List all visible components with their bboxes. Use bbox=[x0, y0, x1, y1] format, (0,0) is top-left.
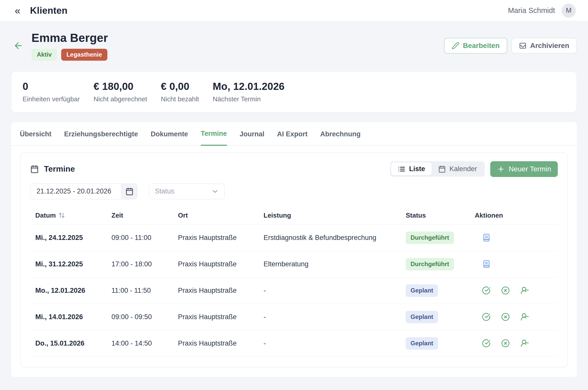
column-header-zeit: Zeit bbox=[111, 212, 178, 219]
cell-service: - bbox=[264, 339, 406, 347]
date-picker-button[interactable] bbox=[121, 184, 137, 199]
pencil-icon bbox=[452, 42, 459, 50]
appointments-table: Datum Zeit Ort Leistung Status Aktionen … bbox=[30, 206, 558, 357]
absence-button[interactable] bbox=[520, 286, 530, 295]
circle-x-icon bbox=[501, 339, 510, 348]
sidebar-collapse-icon[interactable]: « bbox=[13, 6, 22, 16]
back-button[interactable] bbox=[11, 39, 25, 53]
status-badge: Geplant bbox=[406, 311, 438, 323]
tab-dokumente[interactable]: Dokumente bbox=[151, 122, 188, 146]
arrow-left-icon bbox=[13, 41, 23, 51]
mark-done-button[interactable] bbox=[481, 338, 491, 348]
tab-abrechnung[interactable]: Abrechnung bbox=[320, 122, 361, 146]
archive-button[interactable]: Archivieren bbox=[511, 38, 577, 54]
stat-value: 0 bbox=[23, 81, 80, 92]
cell-date: Mi., 24.12.2025 bbox=[35, 234, 111, 242]
cell-location: Praxis Hauptstraße bbox=[178, 313, 264, 321]
user-minus-icon bbox=[520, 313, 529, 321]
archive-button-label: Archivieren bbox=[530, 42, 569, 50]
cell-time: 09:00 - 11:00 bbox=[111, 234, 178, 242]
view-toggle-list-label: Liste bbox=[409, 165, 425, 173]
cell-location: Praxis Hauptstraße bbox=[178, 287, 264, 295]
status-filter-select[interactable]: Status bbox=[149, 184, 225, 199]
cell-time: 09:00 - 09:50 bbox=[111, 313, 178, 321]
cell-date: Mo., 12.01.2026 bbox=[35, 287, 111, 295]
circle-check-icon bbox=[482, 313, 491, 321]
table-row: Mi., 31.12.2025 17:00 - 18:00 Praxis Hau… bbox=[30, 251, 558, 278]
date-range-input[interactable] bbox=[30, 184, 121, 199]
column-header-ort: Ort bbox=[178, 212, 264, 219]
tab-journal[interactable]: Journal bbox=[240, 122, 265, 146]
page-title: Klienten bbox=[30, 5, 68, 16]
status-badge: Geplant bbox=[406, 284, 438, 297]
top-bar: « Klienten Maria Schmidt M bbox=[0, 0, 588, 21]
table-row: Do., 15.01.2026 14:00 - 14:50 Praxis Hau… bbox=[30, 330, 558, 357]
status-filter-placeholder: Status bbox=[155, 187, 174, 195]
stat-unbilled: € 180,00 Nicht abgerechnet bbox=[93, 81, 147, 103]
edit-button[interactable]: Bearbeiten bbox=[444, 38, 507, 54]
cell-location: Praxis Hauptstraße bbox=[178, 260, 264, 268]
stats-card: 0 Einheiten verfügbar € 180,00 Nicht abg… bbox=[11, 71, 577, 112]
tab-termine[interactable]: Termine bbox=[201, 122, 227, 146]
mark-done-button[interactable] bbox=[481, 286, 491, 295]
column-header-status: Status bbox=[406, 212, 475, 219]
stat-unpaid: € 0,00 Nicht bezahlt bbox=[161, 81, 199, 103]
stat-label: Nicht abgerechnet bbox=[93, 95, 147, 103]
cell-time: 17:00 - 18:00 bbox=[111, 260, 178, 268]
stat-value: € 180,00 bbox=[93, 81, 147, 92]
stat-units-available: 0 Einheiten verfügbar bbox=[23, 81, 80, 103]
tab-erziehungsberechtigte[interactable]: Erziehungsberechtigte bbox=[64, 122, 138, 146]
table-row: Mi., 14.01.2026 09:00 - 09:50 Praxis Hau… bbox=[30, 304, 558, 330]
cell-location: Praxis Hauptstraße bbox=[178, 339, 264, 347]
calendar-icon bbox=[30, 165, 39, 173]
status-badge-active: Aktiv bbox=[31, 49, 57, 61]
calendar-icon bbox=[125, 187, 134, 196]
stat-label: Nächster Termin bbox=[213, 95, 285, 103]
stat-value: € 0,00 bbox=[161, 81, 199, 92]
tab-uebersicht[interactable]: Übersicht bbox=[20, 122, 52, 146]
tab-bar: Übersicht Erziehungsberechtigte Dokument… bbox=[11, 122, 577, 146]
stat-next-appointment: Mo, 12.01.2026 Nächster Termin bbox=[213, 81, 285, 103]
sort-icon bbox=[58, 212, 65, 219]
user-minus-icon bbox=[520, 286, 529, 295]
journal-icon bbox=[482, 233, 491, 242]
avatar[interactable]: M bbox=[562, 4, 576, 18]
circle-check-icon bbox=[482, 286, 491, 295]
journal-button[interactable] bbox=[481, 259, 492, 269]
cell-time: 14:00 - 14:50 bbox=[111, 339, 178, 347]
mark-done-button[interactable] bbox=[481, 312, 491, 322]
cancel-button[interactable] bbox=[501, 338, 510, 348]
stat-value: Mo, 12.01.2026 bbox=[213, 81, 285, 92]
circle-x-icon bbox=[501, 313, 510, 321]
cell-service: Elternberatung bbox=[264, 260, 406, 268]
new-appointment-button[interactable]: Neuer Termin bbox=[490, 161, 558, 177]
status-badge: Durchgeführt bbox=[406, 258, 454, 270]
date-range-filter bbox=[30, 184, 137, 199]
absence-button[interactable] bbox=[520, 338, 530, 348]
edit-button-label: Bearbeiten bbox=[463, 42, 500, 50]
cancel-button[interactable] bbox=[501, 286, 510, 295]
table-row: Mo., 12.01.2026 11:00 - 11:50 Praxis Hau… bbox=[30, 278, 558, 304]
stat-label: Einheiten verfügbar bbox=[23, 95, 80, 103]
column-header-datum[interactable]: Datum bbox=[35, 212, 111, 219]
view-toggle-calendar[interactable]: Kalender bbox=[432, 162, 483, 175]
tab-ai-export[interactable]: AI Export bbox=[277, 122, 307, 146]
absence-button[interactable] bbox=[520, 312, 530, 322]
appointments-card: Termine Liste Kalender Neuer Termin bbox=[20, 152, 568, 367]
cancel-button[interactable] bbox=[501, 312, 510, 322]
user-name: Maria Schmidt bbox=[508, 6, 555, 15]
client-header: Emma Berger Aktiv Legasthenie Bearbeiten… bbox=[11, 31, 577, 61]
status-badge: Durchgeführt bbox=[406, 232, 454, 244]
plus-icon bbox=[497, 165, 505, 173]
journal-button[interactable] bbox=[481, 233, 492, 243]
list-icon bbox=[398, 165, 405, 173]
cell-service: - bbox=[264, 287, 406, 295]
column-header-leistung: Leistung bbox=[264, 212, 406, 219]
new-appointment-label: Neuer Termin bbox=[509, 165, 551, 173]
client-name: Emma Berger bbox=[31, 31, 108, 45]
view-toggle: Liste Kalender bbox=[390, 161, 485, 177]
cell-time: 11:00 - 11:50 bbox=[111, 287, 178, 295]
view-toggle-list[interactable]: Liste bbox=[391, 162, 432, 175]
cell-service: Erstdiagnostik & Befundbesprechung bbox=[264, 234, 406, 242]
view-toggle-calendar-label: Kalender bbox=[449, 165, 477, 173]
